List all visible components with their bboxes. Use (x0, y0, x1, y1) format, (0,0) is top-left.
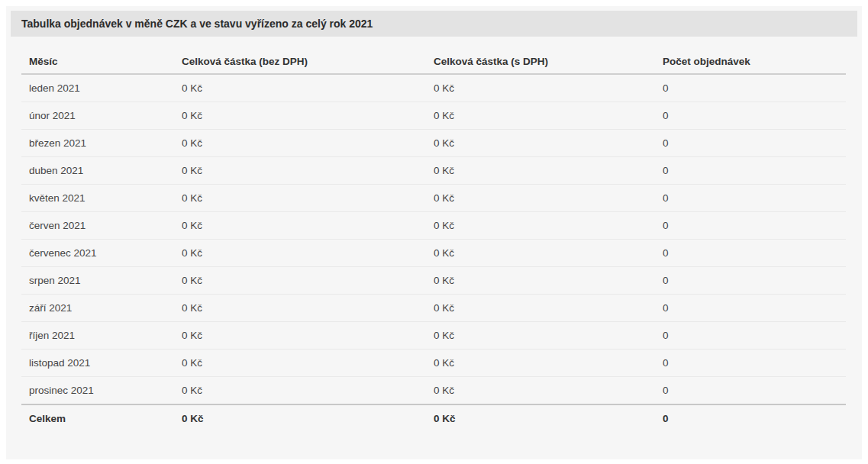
month-cell: březen 2021 (21, 130, 174, 157)
month-cell: květen 2021 (21, 185, 174, 212)
order-count-cell: 0 (655, 240, 846, 267)
total-with-vat-cell: 0 Kč (426, 185, 655, 212)
order-count-cell: 0 (655, 157, 846, 185)
total-no-vat-value: 0 Kč (174, 404, 426, 432)
order-count-cell: 0 (655, 185, 846, 212)
column-header-month: Měsíc (21, 47, 174, 74)
total-no-vat-cell: 0 Kč (174, 350, 426, 377)
total-with-vat-cell: 0 Kč (426, 240, 655, 267)
column-header-total-no-vat: Celková částka (bez DPH) (174, 47, 426, 74)
total-with-vat-cell: 0 Kč (426, 102, 655, 130)
total-with-vat-cell: 0 Kč (426, 377, 655, 405)
table-row: srpen 20210 Kč0 Kč0 (21, 267, 846, 295)
order-count-cell: 0 (655, 74, 846, 102)
header-row: Měsíc Celková částka (bez DPH) Celková č… (21, 47, 846, 74)
month-cell: říjen 2021 (21, 322, 174, 350)
order-count-cell: 0 (655, 267, 846, 295)
orders-table: Měsíc Celková částka (bez DPH) Celková č… (21, 47, 846, 432)
table-row: červenec 20210 Kč0 Kč0 (21, 240, 846, 267)
month-cell: červenec 2021 (21, 240, 174, 267)
month-cell: červen 2021 (21, 212, 174, 240)
total-no-vat-cell: 0 Kč (174, 267, 426, 295)
column-header-order-count: Počet objednávek (655, 47, 846, 74)
table-row: listopad 20210 Kč0 Kč0 (21, 350, 846, 377)
total-no-vat-cell: 0 Kč (174, 240, 426, 267)
total-no-vat-cell: 0 Kč (174, 377, 426, 405)
order-count-cell: 0 (655, 322, 846, 350)
order-count-cell: 0 (655, 212, 846, 240)
orders-table-body: leden 20210 Kč0 Kč0únor 20210 Kč0 Kč0bře… (21, 74, 846, 404)
order-count-cell: 0 (655, 350, 846, 377)
column-header-total-with-vat: Celková částka (s DPH) (426, 47, 655, 74)
total-no-vat-cell: 0 Kč (174, 185, 426, 212)
total-no-vat-cell: 0 Kč (174, 295, 426, 322)
total-label: Celkem (21, 404, 174, 432)
total-with-vat-cell: 0 Kč (426, 295, 655, 322)
panel-title: Tabulka objednávek v měně CZK a ve stavu… (11, 11, 857, 37)
order-count-cell: 0 (655, 102, 846, 130)
month-cell: duben 2021 (21, 157, 174, 185)
orders-table-head: Měsíc Celková částka (bez DPH) Celková č… (21, 47, 846, 74)
total-with-vat-cell: 0 Kč (426, 350, 655, 377)
order-count-cell: 0 (655, 295, 846, 322)
month-cell: prosinec 2021 (21, 377, 174, 405)
total-order-count-value: 0 (655, 404, 846, 432)
total-with-vat-cell: 0 Kč (426, 157, 655, 185)
total-no-vat-cell: 0 Kč (174, 130, 426, 157)
month-cell: leden 2021 (21, 74, 174, 102)
orders-table-foot: Celkem 0 Kč 0 Kč 0 (21, 404, 846, 432)
month-cell: srpen 2021 (21, 267, 174, 295)
total-no-vat-cell: 0 Kč (174, 212, 426, 240)
total-no-vat-cell: 0 Kč (174, 157, 426, 185)
table-row: červen 20210 Kč0 Kč0 (21, 212, 846, 240)
orders-table-container: Měsíc Celková částka (bez DPH) Celková č… (21, 47, 846, 432)
month-cell: únor 2021 (21, 102, 174, 130)
total-with-vat-cell: 0 Kč (426, 74, 655, 102)
total-with-vat-cell: 0 Kč (426, 322, 655, 350)
order-count-cell: 0 (655, 130, 846, 157)
total-with-vat-cell: 0 Kč (426, 212, 655, 240)
table-row: duben 20210 Kč0 Kč0 (21, 157, 846, 185)
table-row: leden 20210 Kč0 Kč0 (21, 74, 846, 102)
report-panel: Tabulka objednávek v měně CZK a ve stavu… (6, 6, 862, 459)
table-row: únor 20210 Kč0 Kč0 (21, 102, 846, 130)
table-row: říjen 20210 Kč0 Kč0 (21, 322, 846, 350)
month-cell: listopad 2021 (21, 350, 174, 377)
table-row: květen 20210 Kč0 Kč0 (21, 185, 846, 212)
total-no-vat-cell: 0 Kč (174, 322, 426, 350)
order-count-cell: 0 (655, 377, 846, 405)
total-row: Celkem 0 Kč 0 Kč 0 (21, 404, 846, 432)
total-with-vat-cell: 0 Kč (426, 130, 655, 157)
table-row: září 20210 Kč0 Kč0 (21, 295, 846, 322)
table-row: prosinec 20210 Kč0 Kč0 (21, 377, 846, 405)
table-row: březen 20210 Kč0 Kč0 (21, 130, 846, 157)
total-no-vat-cell: 0 Kč (174, 102, 426, 130)
total-no-vat-cell: 0 Kč (174, 74, 426, 102)
total-with-vat-cell: 0 Kč (426, 267, 655, 295)
month-cell: září 2021 (21, 295, 174, 322)
total-with-vat-value: 0 Kč (426, 404, 655, 432)
